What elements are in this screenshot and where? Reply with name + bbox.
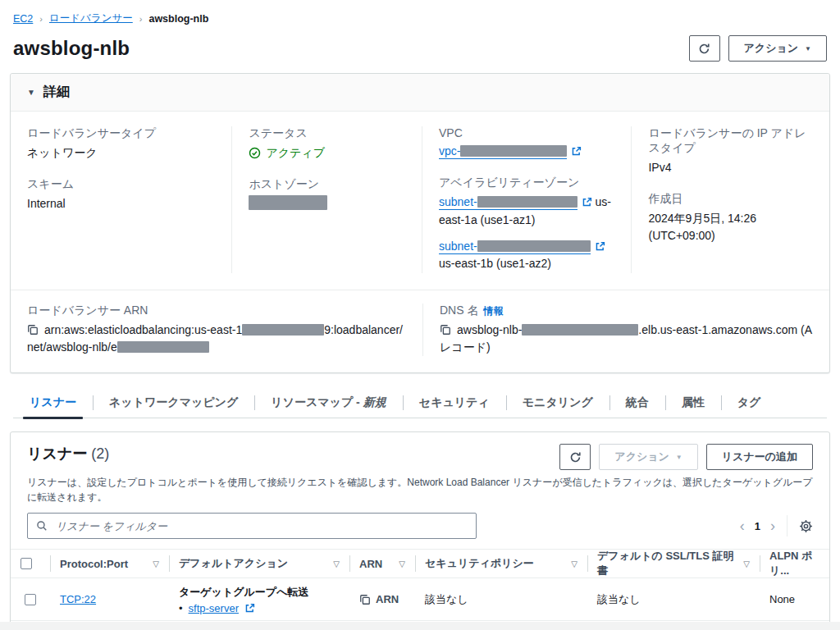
tab-security[interactable]: セキュリティ: [403, 388, 506, 418]
filter-input[interactable]: [54, 519, 468, 533]
default-action-title: ターゲットグループへ転送: [179, 585, 340, 600]
column-header-default-action[interactable]: デフォルトアクション: [179, 556, 288, 571]
listeners-title-text: リスナー: [27, 445, 87, 462]
az-entry: subnet- us-east-1b (use1-az2): [439, 238, 614, 273]
page-header: awsblog-nlb アクション ▼: [13, 35, 827, 62]
tab-integrations[interactable]: 統合: [609, 388, 665, 418]
details-header[interactable]: ▼ 詳細: [11, 74, 829, 112]
vpc-link-text: vpc-: [439, 144, 460, 158]
gear-icon: [799, 519, 813, 533]
field-label: DNS 名: [440, 304, 478, 317]
field-label: ロードバランサーの IP アドレスタイプ: [648, 126, 813, 156]
field-label: ロードバランサータイプ: [27, 126, 215, 141]
column-header-arn[interactable]: ARN: [359, 558, 382, 570]
subnet-link[interactable]: subnet-: [439, 240, 591, 254]
copy-icon[interactable]: [27, 324, 39, 336]
target-group-link[interactable]: sftp-server: [189, 602, 239, 614]
copy-icon[interactable]: [440, 324, 451, 336]
table-settings-button[interactable]: [799, 519, 813, 533]
page-prev-button[interactable]: ‹: [740, 518, 745, 533]
details-panel: ▼ 詳細 ロードバランサータイプ ネットワーク スキーム Internal ステ…: [10, 73, 830, 373]
tab-label: リソースマップ -: [271, 395, 360, 409]
add-listener-button[interactable]: リスナーの追加: [706, 444, 813, 470]
sort-icon[interactable]: ▽: [566, 559, 578, 568]
tab-label: ネットワークマッピング: [109, 395, 238, 409]
breadcrumb: EC2 › ロードバランサー › awsblog-nlb: [10, 10, 830, 27]
select-all-checkbox[interactable]: [21, 558, 32, 569]
field-lb-type: ロードバランサータイプ ネットワーク: [27, 126, 215, 161]
breadcrumb-loadbalancers-link[interactable]: ロードバランサー: [49, 11, 133, 25]
row-checkbox[interactable]: [25, 594, 36, 605]
tab-network-mapping[interactable]: ネットワークマッピング: [93, 388, 254, 418]
tab-monitoring[interactable]: モニタリング: [506, 388, 609, 418]
field-availability-zones: アベイラビリティーゾーン subnet- us-east-1a (use1-az…: [439, 176, 614, 273]
details-grid: ロードバランサータイプ ネットワーク スキーム Internal ステータス ア…: [11, 112, 829, 290]
page-title: awsblog-nlb: [13, 37, 130, 60]
external-link-icon[interactable]: [595, 241, 605, 252]
filter-box[interactable]: [27, 513, 477, 539]
tab-bar: リスナー ネットワークマッピング リソースマップ -新規 セキュリティ モニタリ…: [13, 388, 827, 418]
field-dns-name: DNS 名情報 awsblog-nlb-.elb.us-east-1.amazo…: [422, 304, 829, 356]
tab-attributes[interactable]: 属性: [665, 388, 721, 418]
field-label: ホストゾーン: [249, 177, 405, 192]
check-circle-icon: [249, 147, 261, 159]
field-label: 作成日: [648, 192, 813, 207]
listeners-header: リスナー (2) アクション ▼ リスナーの追加: [11, 432, 829, 470]
breadcrumb-separator-icon: ›: [39, 14, 43, 24]
listeners-description: リスナーは、設定したプロトコルとポートを使用して接続リクエストを確認します。Ne…: [11, 475, 829, 504]
sort-icon[interactable]: ▽: [148, 559, 159, 568]
dns-text: awsblog-nlb-: [457, 323, 522, 336]
search-icon: [36, 520, 48, 532]
status-badge: アクティブ: [249, 144, 405, 161]
tab-tags[interactable]: タグ: [721, 388, 778, 418]
field-vpc: VPC vpc-: [439, 126, 614, 159]
field-label: スキーム: [27, 177, 215, 192]
sort-icon[interactable]: ▽: [394, 559, 405, 568]
listeners-count: (2): [91, 445, 109, 462]
tab-resource-map[interactable]: リソースマップ -新規: [254, 388, 403, 418]
field-ip-type: ロードバランサーの IP アドレスタイプ IPv4: [648, 126, 813, 176]
tab-label: 属性: [682, 395, 705, 409]
redacted-value: [477, 196, 578, 208]
info-link[interactable]: 情報: [483, 305, 503, 317]
field-label: アベイラビリティーゾーン: [439, 176, 614, 190]
redacted-value: [117, 341, 209, 353]
pagination: ‹ 1 ›: [740, 515, 813, 536]
field-value: IPv4: [648, 159, 813, 176]
actions-button[interactable]: アクション ▼: [728, 35, 827, 62]
tab-label-new-badge: 新規: [363, 395, 386, 409]
listeners-title: リスナー (2): [27, 444, 109, 463]
listeners-actions-button[interactable]: アクション ▼: [599, 444, 697, 470]
refresh-icon: [569, 451, 582, 463]
copy-icon[interactable]: [359, 594, 371, 605]
column-header-protocol[interactable]: Protocol:Port: [60, 558, 128, 570]
security-policy-value: 該当なし: [415, 592, 587, 607]
external-link-icon[interactable]: [571, 146, 582, 157]
refresh-button[interactable]: [689, 35, 720, 62]
sort-icon[interactable]: ▽: [328, 559, 340, 568]
table-row: TCP:22 ターゲットグループへ転送 • sftp-server ARN 該当…: [11, 578, 829, 621]
page-number[interactable]: 1: [755, 520, 760, 532]
page-next-button[interactable]: ›: [770, 518, 775, 533]
column-header-alpn[interactable]: ALPN ポリ...: [769, 549, 819, 578]
listener-link[interactable]: TCP:22: [60, 593, 96, 605]
external-link-icon[interactable]: [244, 603, 255, 614]
copy-arn-label[interactable]: ARN: [376, 593, 399, 605]
status-text: アクティブ: [266, 144, 325, 161]
field-label: ステータス: [249, 126, 405, 141]
breadcrumb-ec2-link[interactable]: EC2: [13, 13, 33, 25]
tab-listeners[interactable]: リスナー: [13, 388, 93, 418]
collapse-triangle-icon: ▼: [27, 88, 35, 97]
column-header-security-policy[interactable]: セキュリティポリシー: [425, 556, 534, 571]
external-link-icon[interactable]: [582, 197, 592, 208]
caret-down-icon: ▼: [805, 46, 811, 52]
sort-icon[interactable]: ▽: [738, 559, 750, 568]
actions-button-label: アクション: [744, 41, 799, 56]
listeners-table: Protocol:Port▽ デフォルトアクション▽ ARN▽ セキュリティポリ…: [11, 549, 829, 630]
subnet-link[interactable]: subnet-: [439, 195, 578, 210]
column-header-ssl-cert[interactable]: デフォルトの SSL/TLS 証明書: [597, 549, 738, 578]
add-listener-label: リスナーの追加: [722, 450, 797, 464]
page: EC2 › ロードバランサー › awsblog-nlb awsblog-nlb…: [0, 0, 840, 630]
listeners-refresh-button[interactable]: [559, 444, 591, 470]
vpc-link[interactable]: vpc-: [439, 144, 567, 159]
